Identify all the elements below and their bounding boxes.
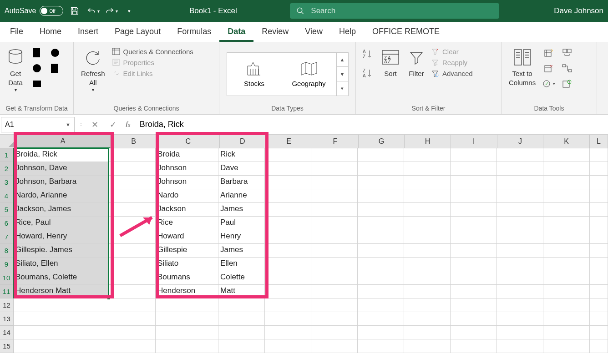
cell[interactable]: Ellen (218, 258, 265, 271)
cell[interactable] (265, 285, 311, 298)
data-types-gallery[interactable]: Stocks Geography ▲ ▼ ▾ (227, 52, 349, 96)
cell[interactable] (543, 217, 590, 230)
cell[interactable]: Rice (156, 217, 218, 230)
cell[interactable]: Jackson (156, 203, 218, 217)
row-header[interactable]: 5 (0, 203, 14, 217)
cell[interactable] (358, 258, 404, 271)
cell[interactable] (590, 326, 608, 339)
cell[interactable] (358, 176, 404, 189)
cell[interactable] (404, 271, 451, 285)
cell[interactable] (497, 326, 543, 339)
column-header[interactable]: H (405, 135, 451, 148)
data-validation-icon[interactable]: ▾ (542, 77, 556, 90)
cell[interactable]: Henderson Matt (14, 285, 109, 298)
manage-data-model-icon[interactable] (560, 77, 574, 90)
cell[interactable] (404, 258, 451, 271)
cell[interactable] (543, 176, 590, 189)
cell[interactable] (358, 312, 404, 326)
qat-customize[interactable]: ▾ (122, 4, 136, 18)
cell[interactable] (109, 162, 156, 176)
cell[interactable] (358, 203, 404, 217)
refresh-all-button[interactable]: Refresh All ▾ (78, 45, 108, 95)
cell[interactable] (358, 326, 404, 339)
cell[interactable] (311, 339, 358, 353)
cell[interactable] (404, 189, 451, 203)
sort-asc-button[interactable]: AZ (362, 49, 373, 61)
search-input[interactable] (311, 6, 493, 15)
cell[interactable]: Rice, Paul (14, 217, 109, 230)
select-all-corner[interactable] (0, 135, 15, 148)
cell[interactable] (265, 162, 311, 176)
cell[interactable] (109, 176, 156, 189)
row-header[interactable]: 4 (0, 189, 14, 203)
relationships-icon[interactable] (560, 62, 574, 75)
cell[interactable] (543, 285, 590, 298)
cell[interactable] (497, 271, 543, 285)
gallery-more-icon[interactable]: ▾ (337, 81, 348, 96)
cell[interactable] (311, 312, 358, 326)
cell[interactable] (451, 271, 497, 285)
cell[interactable] (451, 162, 497, 176)
consolidate-icon[interactable] (560, 46, 574, 59)
cell[interactable] (358, 230, 404, 244)
gallery-up-icon[interactable]: ▲ (337, 53, 348, 67)
cell[interactable]: Barbara (218, 176, 265, 189)
cell[interactable] (543, 326, 590, 339)
row-header[interactable]: 3 (0, 176, 14, 189)
column-header[interactable]: L (590, 135, 608, 148)
stocks-type[interactable]: Stocks (227, 53, 282, 96)
cell[interactable]: Colette (218, 271, 265, 285)
cell[interactable] (109, 298, 156, 312)
cell[interactable] (451, 176, 497, 189)
cell[interactable] (451, 189, 497, 203)
get-data-button[interactable]: Get Data ▾ (5, 45, 26, 95)
cell[interactable] (358, 162, 404, 176)
cell[interactable] (311, 203, 358, 217)
cell[interactable] (451, 326, 497, 339)
cell[interactable] (451, 339, 497, 353)
cell[interactable] (590, 230, 608, 244)
cell[interactable] (451, 217, 497, 230)
cell[interactable] (109, 217, 156, 230)
cell[interactable] (497, 162, 543, 176)
cell[interactable] (590, 271, 608, 285)
cell[interactable] (311, 148, 358, 162)
cell[interactable] (497, 298, 543, 312)
cell[interactable] (109, 230, 156, 244)
cell[interactable] (451, 244, 497, 258)
cell[interactable] (543, 339, 590, 353)
cell[interactable]: Henry (218, 230, 265, 244)
cell[interactable] (590, 176, 608, 189)
row-header[interactable]: 1 (0, 148, 14, 162)
cell[interactable] (358, 285, 404, 298)
cell[interactable] (404, 312, 451, 326)
cell[interactable] (543, 148, 590, 162)
cell[interactable] (156, 298, 218, 312)
row-header[interactable]: 9 (0, 258, 14, 271)
cell[interactable] (14, 298, 109, 312)
column-header[interactable]: G (359, 135, 405, 148)
gallery-down-icon[interactable]: ▼ (337, 67, 348, 81)
cell[interactable] (311, 298, 358, 312)
cell[interactable] (109, 285, 156, 298)
cell[interactable] (358, 189, 404, 203)
cell[interactable] (590, 244, 608, 258)
cell[interactable] (590, 258, 608, 271)
cell[interactable] (109, 203, 156, 217)
enter-formula-button[interactable]: ✓ (104, 117, 122, 132)
cell[interactable] (543, 312, 590, 326)
cell[interactable] (497, 148, 543, 162)
cancel-formula-button[interactable]: ✕ (86, 117, 104, 132)
cell[interactable] (265, 189, 311, 203)
cell[interactable] (451, 203, 497, 217)
existing-connections-icon[interactable] (30, 77, 44, 90)
cell[interactable]: Howard (156, 230, 218, 244)
cell[interactable]: Johnson (156, 162, 218, 176)
cell[interactable] (358, 298, 404, 312)
cell[interactable]: James (218, 244, 265, 258)
cell[interactable] (265, 217, 311, 230)
cell[interactable]: Gillespie. James (14, 244, 109, 258)
cell[interactable] (451, 312, 497, 326)
cell[interactable] (404, 244, 451, 258)
cell[interactable] (404, 148, 451, 162)
